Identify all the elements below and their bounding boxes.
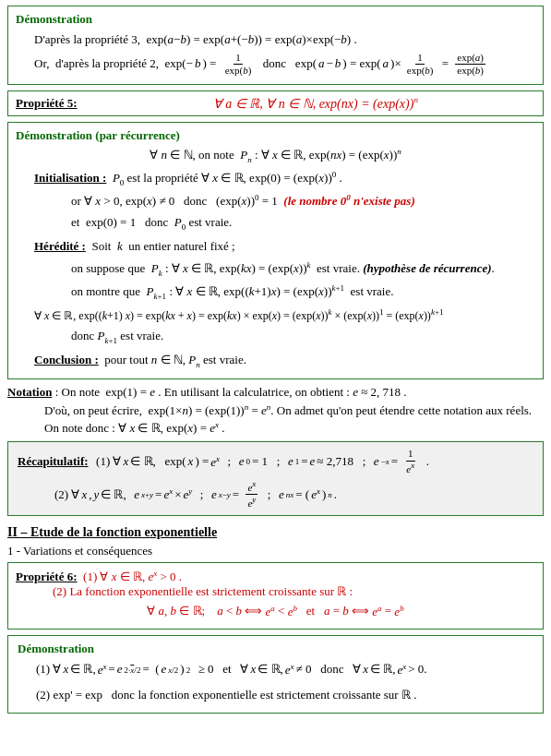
notation-line1: Notation : On note exp(1) = e . En utili… [7, 385, 544, 400]
prop6-label: Propriété 6: [16, 570, 78, 583]
section2-title: II – Etude de la fonction exponentielle [7, 525, 544, 540]
recap-box: Récapitulatif: (1) ∀ x ∈ ℝ, exp(x) = ex … [7, 441, 544, 516]
demo1-line2: Or, d'après la propriété 2, exp(−b) = 1 … [34, 52, 535, 77]
recap-line2-row: (2) ∀ x, y ∈ ℝ, ex+y = ex × ey ; ex−y = … [54, 479, 533, 510]
notation-label: Notation [7, 385, 52, 399]
prop6-header: Propriété 6: (1) ∀ x ∈ ℝ, ex > 0 . [16, 569, 535, 584]
prop5-box: Propriété 5: ∀ a ∈ ℝ, ∀ n ∈ ℕ, exp(nx) =… [7, 90, 544, 116]
recap-frac2: ex ey [246, 479, 258, 510]
section2-sub1: 1 - Variations et conséquences [7, 544, 544, 558]
demo2-box: Démonstration (par récurrence) ∀ n ∈ ℕ, … [7, 122, 544, 379]
demo3-line1: (1) ∀ x ∈ ℝ, ex = e2·x/2 = (ex/2)2 ≥ 0 e… [36, 660, 533, 680]
demo2-init-text3: et exp(0) = 1 donc P0 est vraie. [71, 213, 535, 234]
demo2-hered-label: Hérédité : Soit k un entier naturel fixé… [34, 237, 535, 257]
demo2-init-text2: or ∀ x > 0, exp(x) ≠ 0 donc (exp(x))0 = … [71, 191, 535, 211]
notation-line2: D'où, on peut écrire, exp(1×n) = (exp(1)… [44, 402, 544, 418]
prop5-formula: ∀ a ∈ ℝ, ∀ n ∈ ℕ, exp(nx) = (exp(x))n [96, 95, 535, 112]
demo3-box: Démonstration (1) ∀ x ∈ ℝ, ex = e2·x/2 =… [7, 635, 544, 714]
recap-label: Récapitulatif: [18, 454, 89, 469]
notation-line3: On note donc : ∀ x ∈ ℝ, exp(x) = ex . [44, 420, 544, 436]
demo3-line2: (2) exp' = exp donc la fonction exponent… [36, 686, 533, 705]
demo2-hered-text4: donc Pk+1 est vraie. [71, 327, 535, 347]
recap-frac1: 1 ex [404, 448, 416, 475]
demo1-frac1: 1 exp(b) [223, 52, 254, 77]
demo1-line1: D'après la propriété 3, exp(a−b) = exp(a… [34, 30, 535, 50]
prop6-box: Propriété 6: (1) ∀ x ∈ ℝ, ex > 0 . (2) L… [7, 562, 544, 630]
prop6-line1: (1) ∀ x ∈ ℝ, ex > 0 . [80, 570, 182, 583]
section2-title-area: II – Etude de la fonction exponentielle … [7, 525, 544, 558]
demo1-frac2: 1 exp(b) [405, 52, 436, 77]
demo2-header: Démonstration (par récurrence) [16, 128, 535, 143]
notation-section: Notation : On note exp(1) = e . En utili… [7, 385, 544, 437]
demo2-init-center: ∀ n ∈ ℕ, on note Pn : ∀ x ∈ ℝ, exp(nx) =… [16, 147, 535, 164]
demo2-concl: Conclusion : pour tout n ∈ ℕ, Pn est vra… [34, 351, 535, 371]
prop6-line2: (2) La fonction exponentielle est strict… [53, 584, 535, 599]
demo2-init-label: Initialisation : P0 est la propriété ∀ x… [34, 168, 535, 189]
demo2-hered-math: ∀ x ∈ ℝ, exp((k+1) x) = exp(kx + x) = ex… [34, 306, 535, 325]
demo1-header: Démonstration [16, 12, 535, 27]
prop6-line3: ∀ a, b ∈ ℝ; a < b ⟺ ea < eb et a = b ⟺ e… [16, 603, 535, 618]
demo2-hered-text3: on montre que Pk+1 : ∀ x ∈ ℝ, exp((k+1)x… [71, 282, 535, 303]
demo1-frac3: exp(a) exp(b) [455, 52, 485, 77]
demo1-box: Démonstration D'après la propriété 3, ex… [7, 6, 544, 85]
prop5-label: Propriété 5: [16, 96, 78, 111]
demo3-header: Démonstration [18, 642, 533, 656]
demo2-hered-text2: on suppose que Pk : ∀ x ∈ ℝ, exp(kx) = (… [71, 258, 535, 280]
recap-line1-row: Récapitulatif: (1) ∀ x ∈ ℝ, exp(x) = ex … [18, 448, 533, 475]
